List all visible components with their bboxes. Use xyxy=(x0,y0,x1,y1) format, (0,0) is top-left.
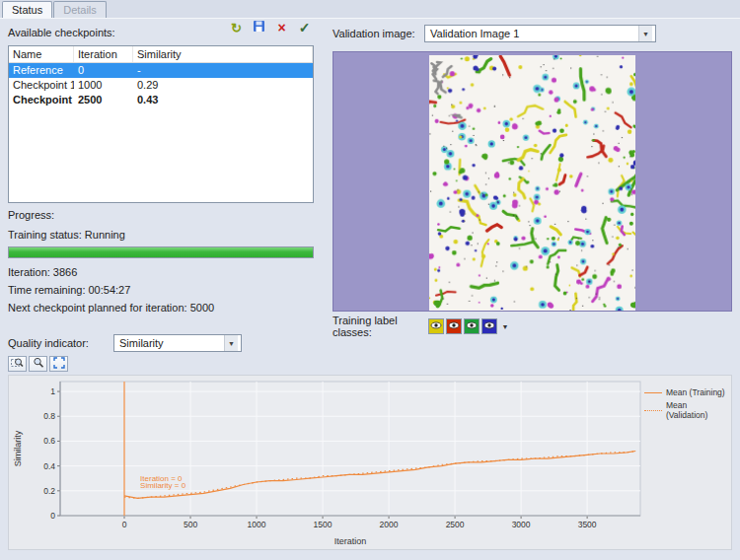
svg-text:0.8: 0.8 xyxy=(43,411,55,421)
zoom-selection-button[interactable] xyxy=(8,356,27,372)
checkpoint-toolbar: ↻ × ✓ xyxy=(227,19,314,36)
progress-bar xyxy=(8,246,314,258)
validation-panel: Validation image: Validation Image 1 ▼ T… xyxy=(333,24,732,336)
class-visibility-button-2[interactable] xyxy=(446,318,462,334)
svg-text:0: 0 xyxy=(50,511,55,521)
legend-item: Mean (Validation) xyxy=(644,400,729,420)
legend-label: Mean (Validation) xyxy=(666,400,729,420)
save-icon xyxy=(253,20,265,35)
table-cell: - xyxy=(133,63,313,78)
svg-text:1: 1 xyxy=(50,386,55,396)
svg-text:0.6: 0.6 xyxy=(43,436,55,446)
svg-text:0.2: 0.2 xyxy=(43,486,55,496)
class-visibility-button-4[interactable] xyxy=(481,318,497,334)
zoom-selection-icon xyxy=(11,357,24,372)
eye-icon xyxy=(430,319,442,334)
checkpoint-table: Name Iteration Similarity Reference0-Che… xyxy=(8,45,314,203)
checkpoint-table-header: Name Iteration Similarity xyxy=(9,46,313,63)
validation-image-label: Validation image: xyxy=(333,28,424,39)
delete-icon: × xyxy=(277,21,285,35)
validation-image-select[interactable]: Validation Image 1 ▼ xyxy=(424,25,656,42)
column-header-iteration[interactable]: Iteration xyxy=(74,46,133,62)
table-cell: Checkpoint 1 xyxy=(9,78,74,93)
eye-icon xyxy=(448,319,460,334)
table-row[interactable]: Checkpoint 110000.29 xyxy=(9,78,313,93)
svg-text:0.4: 0.4 xyxy=(43,461,55,471)
quality-chart: 050010001500200025003000350000.20.40.60.… xyxy=(9,376,646,549)
training-status-label: Training status: Running xyxy=(8,229,314,241)
chevron-down-icon: ▼ xyxy=(224,335,238,351)
next-checkpoint-label: Next checkpoint planned for iteration: 5… xyxy=(8,302,314,314)
chevron-down-icon: ▼ xyxy=(638,26,652,41)
validation-image xyxy=(429,55,634,311)
solid-line-sample-icon xyxy=(644,392,662,393)
table-cell: Checkpoint 2 xyxy=(9,93,74,107)
chart-legend: Mean (Training)Mean (Validation) xyxy=(644,387,729,420)
class-options-dropdown-button[interactable]: ▼ xyxy=(499,318,511,334)
svg-text:2500: 2500 xyxy=(446,520,465,529)
table-cell: 0 xyxy=(74,63,133,78)
apply-checkmark-icon: ✓ xyxy=(299,21,311,35)
svg-text:Similarity: Similarity xyxy=(13,430,23,466)
validation-image-viewer[interactable] xyxy=(333,51,732,312)
quality-panel: Quality indicator: Similarity ▼ 05001000… xyxy=(8,333,732,550)
legend-item: Mean (Training) xyxy=(644,387,729,397)
legend-label: Mean (Training) xyxy=(666,387,725,397)
iteration-label: Iteration: 3866 xyxy=(8,266,314,278)
column-header-similarity[interactable]: Similarity xyxy=(133,46,313,62)
quality-indicator-label: Quality indicator: xyxy=(8,337,113,349)
eye-icon xyxy=(483,319,495,334)
column-header-name[interactable]: Name xyxy=(9,46,74,62)
checkpoint-table-body: Reference0-Checkpoint 110000.29Checkpoin… xyxy=(9,63,313,107)
progress-bar-fill xyxy=(9,247,313,257)
fit-view-button[interactable] xyxy=(49,356,68,372)
checkpoints-panel: Available checkpoints: ↻ × ✓ Name Iterat… xyxy=(8,27,314,314)
svg-text:3500: 3500 xyxy=(578,520,597,529)
table-cell: 0.29 xyxy=(133,78,313,93)
eye-icon xyxy=(466,319,478,334)
tab-details[interactable]: Details xyxy=(53,1,107,18)
table-row[interactable]: Checkpoint 225000.43 xyxy=(9,93,313,107)
quality-indicator-selected-value: Similarity xyxy=(119,337,164,349)
svg-text:0: 0 xyxy=(122,520,127,529)
tab-bar: Status Details xyxy=(0,0,740,19)
svg-text:1000: 1000 xyxy=(248,520,266,529)
refresh-checkpoints-button[interactable]: ↻ xyxy=(227,19,246,36)
tab-status[interactable]: Status xyxy=(2,1,52,18)
class-visibility-buttons xyxy=(428,318,497,334)
chart-toolbar xyxy=(8,356,732,372)
refresh-icon: ↻ xyxy=(231,22,242,35)
quality-indicator-select[interactable]: Similarity ▼ xyxy=(113,334,242,352)
quality-chart-panel: 050010001500200025003000350000.20.40.60.… xyxy=(8,375,732,550)
table-cell: 0.43 xyxy=(133,93,313,107)
magnifier-icon xyxy=(33,357,44,372)
progress-label: Progress: xyxy=(8,209,314,221)
svg-text:2000: 2000 xyxy=(380,520,399,529)
delete-checkpoint-button[interactable]: × xyxy=(272,19,291,36)
table-cell: 2500 xyxy=(74,93,133,107)
svg-text:500: 500 xyxy=(184,520,197,529)
svg-text:Similarity = 0: Similarity = 0 xyxy=(140,481,186,490)
validation-image-selected-value: Validation Image 1 xyxy=(430,28,519,39)
zoom-button[interactable] xyxy=(29,356,47,372)
table-row[interactable]: Reference0- xyxy=(9,63,313,78)
table-cell: 1000 xyxy=(74,78,133,93)
class-visibility-button-3[interactable] xyxy=(464,318,480,334)
class-visibility-button-1[interactable] xyxy=(428,318,444,334)
save-checkpoint-button[interactable] xyxy=(250,19,268,36)
apply-checkpoint-button[interactable]: ✓ xyxy=(295,19,314,36)
svg-text:1500: 1500 xyxy=(314,520,333,529)
time-remaining-label: Time remaining: 00:54:27 xyxy=(8,284,314,296)
svg-text:Iteration: Iteration xyxy=(334,536,367,546)
dotted-line-sample-icon xyxy=(644,410,662,411)
chevron-down-icon: ▼ xyxy=(502,323,509,330)
svg-text:3000: 3000 xyxy=(512,520,531,529)
fit-view-icon xyxy=(53,357,65,372)
table-cell: Reference xyxy=(9,63,74,78)
available-checkpoints-label: Available checkpoints: xyxy=(8,27,115,38)
